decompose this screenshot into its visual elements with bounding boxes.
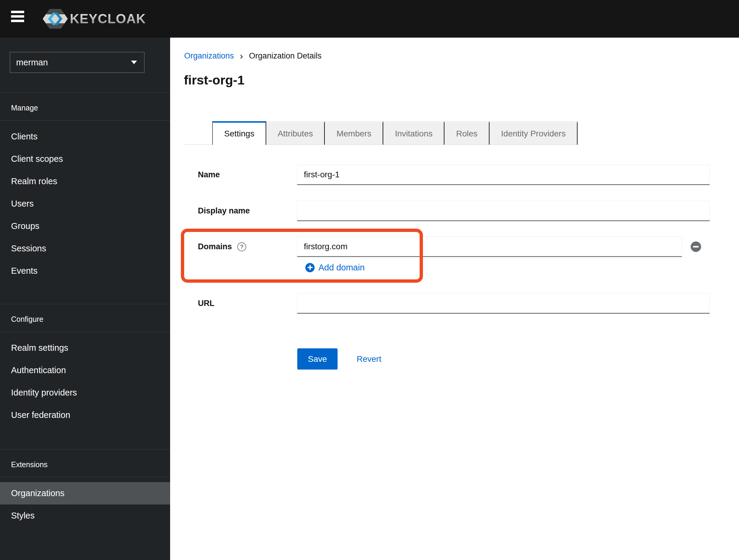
sidebar-item-identity-providers[interactable]: Identity providers xyxy=(0,382,170,404)
sidebar-item-sessions[interactable]: Sessions xyxy=(0,237,170,260)
tab-list: SettingsAttributesMembersInvitationsRole… xyxy=(212,121,578,145)
save-button[interactable]: Save xyxy=(297,348,337,370)
sidebar-item-events[interactable]: Events xyxy=(0,260,170,282)
sidebar-item-client-scopes[interactable]: Client scopes xyxy=(0,148,170,170)
realm-name: merman xyxy=(16,57,131,67)
display-name-input[interactable] xyxy=(297,200,710,221)
sidebar-item-realm-settings[interactable]: Realm settings xyxy=(0,337,170,359)
name-label: Name xyxy=(198,164,220,185)
sidebar-item-user-federation[interactable]: User federation xyxy=(0,404,170,426)
sidebar-item-organizations[interactable]: Organizations xyxy=(0,482,170,505)
sidebar-nav: ManageClientsClient scopesRealm rolesUse… xyxy=(0,93,170,532)
nav-section-header-extensions: Extensions xyxy=(0,449,170,477)
domain-input[interactable] xyxy=(297,237,682,257)
sidebar-item-clients[interactable]: Clients xyxy=(0,125,170,148)
tab-attributes[interactable]: Attributes xyxy=(266,121,325,145)
tab-invitations[interactable]: Invitations xyxy=(383,121,444,145)
keycloak-logo: KEYCLOAK xyxy=(42,7,146,30)
domains-label-text: Domains xyxy=(198,242,232,251)
display-name-label: Display name xyxy=(198,200,250,221)
sidebar-item-groups[interactable]: Groups xyxy=(0,215,170,237)
breadcrumb-current: Organization Details xyxy=(249,51,321,60)
tab-identity-providers[interactable]: Identity Providers xyxy=(489,121,578,145)
sidebar-item-users[interactable]: Users xyxy=(0,192,170,215)
keycloak-logo-icon xyxy=(42,8,68,29)
name-input[interactable] xyxy=(297,164,710,185)
main-content: Organizations › Organization Details fir… xyxy=(170,38,739,560)
page-title: first-org-1 xyxy=(184,73,245,88)
nav-section-header-manage: Manage xyxy=(0,93,170,120)
nav-section-items: ClientsClient scopesRealm rolesUsersGrou… xyxy=(0,121,170,287)
nav-section-items: Realm settingsAuthenticationIdentity pro… xyxy=(0,332,170,431)
tab-roles[interactable]: Roles xyxy=(444,121,489,145)
brand-text: KEYCLOAK xyxy=(70,11,146,26)
tab-bar-lead-segment xyxy=(184,121,212,145)
add-domain-label: Add domain xyxy=(318,263,365,273)
breadcrumb-link-organizations[interactable]: Organizations xyxy=(184,51,234,60)
nav-section-header-configure: Configure xyxy=(0,304,170,332)
url-input[interactable] xyxy=(297,293,710,314)
tab-members[interactable]: Members xyxy=(325,121,383,145)
breadcrumb: Organizations › Organization Details xyxy=(184,51,321,60)
nav-section-items: OrganizationsStyles xyxy=(0,477,170,532)
revert-button[interactable]: Revert xyxy=(357,348,381,370)
chevron-down-icon xyxy=(131,60,137,64)
remove-domain-button[interactable] xyxy=(691,242,701,252)
sidebar: merman ManageClientsClient scopesRealm r… xyxy=(0,38,170,560)
tab-bar: SettingsAttributesMembersInvitationsRole… xyxy=(184,121,578,145)
sidebar-item-authentication[interactable]: Authentication xyxy=(0,359,170,382)
realm-selector[interactable]: merman xyxy=(10,52,144,73)
help-icon[interactable] xyxy=(237,242,246,251)
minus-icon xyxy=(693,246,699,248)
menu-toggle-icon[interactable] xyxy=(11,11,24,22)
masthead: KEYCLOAK xyxy=(0,0,739,38)
add-domain-button[interactable]: Add domain xyxy=(305,262,365,273)
plus-icon xyxy=(305,263,315,272)
sidebar-item-realm-roles[interactable]: Realm roles xyxy=(0,170,170,192)
breadcrumb-chevron-icon: › xyxy=(240,52,243,60)
sidebar-item-styles[interactable]: Styles xyxy=(0,505,170,527)
tab-settings[interactable]: Settings xyxy=(212,121,266,145)
domains-label: Domains xyxy=(198,237,246,257)
url-label: URL xyxy=(198,293,214,314)
